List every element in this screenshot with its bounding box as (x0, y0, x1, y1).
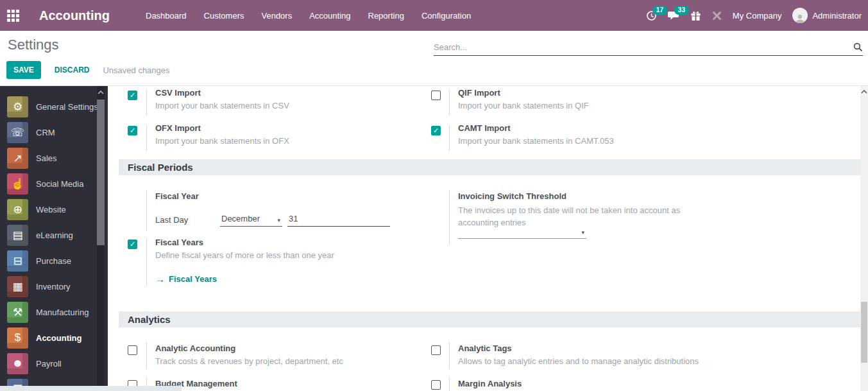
chevron-down-icon: ▾ (581, 229, 584, 236)
screen-icon: ▤ (7, 225, 28, 246)
invoicing-threshold-select[interactable]: ▾ (458, 226, 586, 239)
checkbox-fiscal-years[interactable] (128, 239, 137, 249)
search-input[interactable] (434, 42, 853, 52)
gear-icon: ⚙ (7, 96, 28, 117)
setting-label-fiscal-year: Fiscal Year (155, 191, 199, 201)
checkbox-csv-import[interactable] (128, 91, 137, 100)
messages-badge: 33 (674, 6, 689, 15)
globe-icon: ⊕ (7, 199, 28, 220)
apps-grid-icon[interactable] (7, 10, 19, 22)
fiscal-years-link[interactable]: → Fiscal Years (155, 274, 217, 284)
person-icon (795, 13, 805, 23)
setting-desc-analytic-tags: Allows to tag analytic entries and to ma… (458, 356, 699, 366)
checkbox-analytic-accounting[interactable] (128, 345, 137, 355)
credit-card-icon: ⊟ (7, 250, 28, 272)
menu-accounting[interactable]: Accounting (309, 11, 350, 21)
box-icon: ▦ (7, 276, 28, 297)
setting-label-qif-import[interactable]: QIF Import (458, 88, 500, 98)
setting-label-csv-import[interactable]: CSV Import (155, 88, 201, 98)
setting-desc-ofx-import: Import your bank statements in OFX (155, 136, 289, 146)
setting-label-ofx-import[interactable]: OFX Import (155, 123, 201, 133)
sidebar-item-inventory[interactable]: ▦ Inventory (0, 274, 108, 299)
sidebar-item-website[interactable]: ⊕ Website (0, 196, 108, 222)
sidebar-item-crm[interactable]: ☏ CRM (0, 119, 108, 145)
page-title: Settings (8, 37, 59, 53)
avatar (792, 8, 808, 23)
sidebar-item-general-settings[interactable]: ⚙ General Settings (0, 94, 108, 119)
activities-badge: 17 (652, 6, 667, 15)
fiscal-month-select[interactable]: December ▾ (220, 214, 282, 227)
horizontal-scrollbar[interactable] (0, 386, 182, 391)
tools-icon[interactable] (712, 11, 722, 21)
activities-button[interactable]: 17 (646, 10, 657, 21)
menu-configuration[interactable]: Configuration (421, 11, 471, 21)
menu-reporting[interactable]: Reporting (368, 11, 404, 21)
sidebar-item-manufacturing[interactable]: ⚒ Manufacturing (0, 299, 108, 325)
setting-label-fiscal-years[interactable]: Fiscal Years (155, 238, 203, 247)
sidebar-scrollbar[interactable] (97, 86, 105, 391)
sidebar-item-elearning[interactable]: ▤ eLearning (0, 222, 108, 248)
sidebar-item-sales[interactable]: ↗ Sales (0, 145, 108, 171)
checkbox-camt-import[interactable] (431, 126, 441, 135)
setting-desc-qif-import: Import your bank statements in QIF (458, 101, 589, 110)
messages-button[interactable]: 33 (668, 10, 679, 21)
top-navbar: Accounting Dashboard Customers Vendors A… (0, 0, 868, 31)
user-menu[interactable]: Administrator (792, 8, 862, 23)
sidebar-item-social-media[interactable]: ☝ Social Media (0, 171, 108, 196)
save-button[interactable]: SAVE (6, 61, 41, 79)
sidebar-scroll-thumb[interactable] (97, 100, 105, 245)
fiscal-day-input[interactable] (287, 214, 390, 227)
main-scroll-thumb[interactable] (861, 302, 867, 363)
chevron-up-icon (861, 90, 867, 94)
sidebar-item-payroll[interactable]: ☻ Payroll (0, 351, 108, 376)
sidebar-item-label: Accounting (36, 333, 82, 343)
checkbox-qif-import[interactable] (431, 91, 441, 100)
setting-desc-analytic-accounting: Track costs & revenues by project, depar… (155, 356, 343, 366)
search-icon[interactable] (853, 42, 863, 52)
menu-vendors[interactable]: Vendors (261, 11, 292, 21)
checkbox-margin-analysis[interactable] (431, 380, 441, 390)
checkbox-ofx-import[interactable] (128, 126, 137, 135)
sidebar-item-label: Purchase (36, 256, 71, 266)
checkbox-analytic-tags[interactable] (431, 345, 441, 355)
sidebar-item-label: Inventory (36, 282, 70, 291)
odoo-settings-page: Accounting Dashboard Customers Vendors A… (0, 0, 868, 391)
gift-icon (690, 10, 701, 21)
divider (449, 125, 450, 151)
setting-label-analytic-accounting[interactable]: Analytic Accounting (155, 343, 235, 353)
company-switcher[interactable]: My Company (733, 11, 782, 21)
search-box (434, 39, 863, 56)
invoicing-threshold-value (459, 226, 462, 236)
setting-label-margin-analysis[interactable]: Margin Analysis (458, 379, 522, 388)
chart-icon: ↗ (7, 148, 28, 169)
setting-label-analytic-tags[interactable]: Analytic Tags (458, 343, 512, 353)
section-header-fiscal-periods: Fiscal Periods (119, 159, 860, 175)
sidebar-item-purchase[interactable]: ⊟ Purchase (0, 248, 108, 274)
arrow-right-icon: → (155, 274, 165, 284)
divider (146, 342, 147, 369)
setting-desc-fiscal-years: Define fiscal years of more or less than… (155, 250, 334, 260)
thumbs-up-icon: ☝ (7, 173, 28, 195)
divider (146, 238, 147, 286)
divider (146, 125, 147, 151)
divider (449, 190, 450, 245)
sidebar-item-accounting[interactable]: $ Accounting (0, 325, 108, 351)
settings-sidebar: ⚙ General Settings ☏ CRM ↗ Sales ☝ Socia… (0, 86, 108, 391)
handshake-icon: ☏ (7, 122, 28, 143)
control-panel: Settings SAVE DISCARD Unsaved changes (0, 31, 868, 86)
menu-customers[interactable]: Customers (204, 11, 244, 21)
chevron-down-icon: ▾ (277, 217, 280, 223)
setting-label-camt-import[interactable]: CAMT Import (458, 123, 511, 133)
sidebar-item-label: Social Media (36, 179, 83, 189)
sidebar-list: ⚙ General Settings ☏ CRM ↗ Sales ☝ Socia… (0, 86, 108, 391)
divider (449, 89, 450, 116)
sidebar-item-label: Payroll (36, 359, 62, 369)
menu-dashboard[interactable]: Dashboard (146, 11, 187, 21)
sidebar-item-label: Sales (36, 153, 57, 163)
gift-button[interactable] (690, 10, 701, 21)
breadcrumb-actions: SAVE DISCARD Unsaved changes (6, 61, 170, 79)
sidebar-item-label: Website (36, 205, 66, 214)
discard-button[interactable]: DISCARD (55, 65, 90, 74)
main-scrollbar[interactable] (860, 86, 868, 391)
app-title: Accounting (39, 8, 110, 23)
